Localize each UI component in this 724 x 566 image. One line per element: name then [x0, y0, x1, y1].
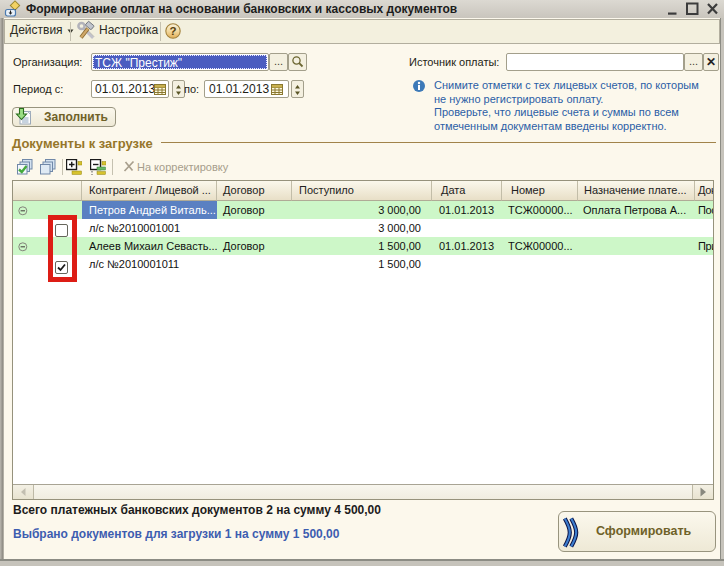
svg-text:?: ?	[169, 25, 176, 37]
